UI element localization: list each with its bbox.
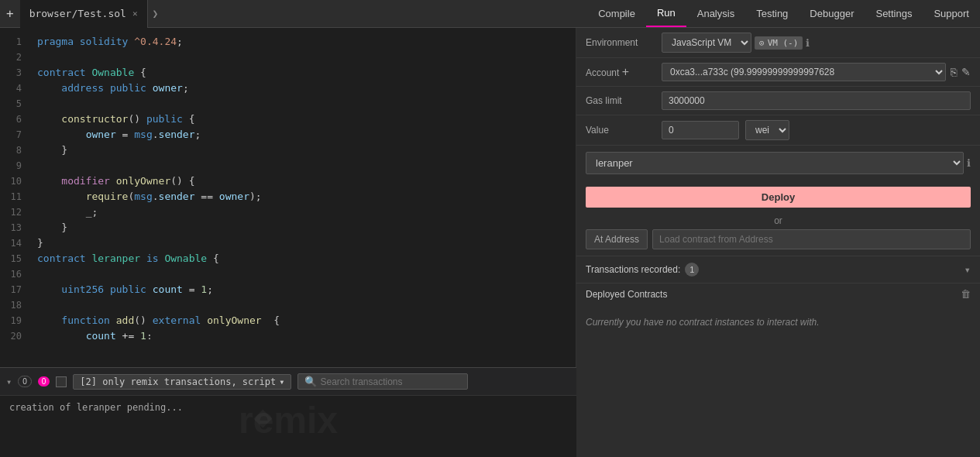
console-message: creation of leranper pending... — [9, 402, 183, 413]
tx-recorded-label: Transactions recorded: 1 — [586, 263, 965, 277]
console-area: ◆ remix creation of leranper pending... — [0, 395, 576, 457]
menu-icon[interactable]: + — [0, 6, 20, 21]
editor-wrapper: 12345 678910 1112131415 1617181920 21222… — [0, 28, 576, 457]
value-unit-select[interactable]: wei — [745, 120, 789, 140]
tx-filter-dropdown[interactable]: [2] only remix transactions, script ▾ — [73, 374, 291, 390]
contract-select[interactable]: leranper — [586, 152, 964, 174]
tab-close-icon[interactable]: ✕ — [132, 9, 138, 19]
nav-arrow-icon: ❯ — [148, 8, 163, 19]
environment-select[interactable]: JavaScript VM — [662, 33, 751, 53]
contract-selector-row: leranper ℹ — [576, 146, 980, 180]
gas-limit-label: Gas limit — [586, 95, 655, 106]
eth-watermark: ◆ — [253, 398, 272, 434]
account-controls: 0xca3...a733c (99.99999999999997628 ⎘ ✎ — [662, 63, 971, 81]
error-count-badge: 0 — [18, 376, 32, 387]
environment-row: Environment JavaScript VM ⊙ VM (-) ℹ — [576, 28, 980, 58]
bottom-bar: ▾ 0 0 [2] only remix transactions, scrip… — [0, 367, 576, 395]
dropdown-arrow-icon: ▾ — [279, 376, 284, 387]
code-editor[interactable]: 12345 678910 1112131415 1617181920 21222… — [0, 28, 576, 367]
at-address-button[interactable]: At Address — [586, 229, 648, 249]
code-content: pragma solidity ^0.4.24; contract Ownabl… — [28, 28, 576, 339]
right-panel: Environment JavaScript VM ⊙ VM (-) ℹ Acc… — [576, 28, 980, 457]
nav-settings[interactable]: Settings — [865, 0, 923, 27]
deployed-contracts-section: Deployed Contracts 🗑 Currently you have … — [576, 283, 980, 343]
tx-checkbox[interactable] — [56, 376, 67, 387]
remix-watermark: remix — [239, 399, 338, 442]
account-row: Account + 0xca3...a733c (99.999999999999… — [576, 58, 980, 87]
transactions-recorded-row[interactable]: Transactions recorded: 1 ▾ — [576, 256, 980, 283]
value-row: Value wei — [576, 115, 980, 146]
vm-badge: ⊙ VM (-) — [755, 36, 803, 50]
transactions-chevron-icon: ▾ — [965, 263, 971, 276]
copy-account-button[interactable]: ⎘ — [951, 66, 957, 78]
contract-info-icon[interactable]: ℹ — [967, 157, 971, 169]
at-address-input[interactable] — [652, 229, 971, 249]
search-box: 🔍 — [297, 373, 468, 390]
warning-count-badge: 0 — [38, 376, 50, 387]
chevron-down-icon[interactable]: ▾ — [6, 376, 12, 387]
vm-icon: ⊙ — [759, 38, 765, 48]
value-input[interactable] — [662, 121, 739, 139]
editor-tab: browser/Test.sol ✕ — [20, 0, 148, 28]
deploy-button[interactable]: Deploy — [586, 187, 971, 208]
search-icon: 🔍 — [304, 376, 317, 387]
gas-limit-row: Gas limit — [576, 87, 980, 115]
environment-label: Environment — [586, 37, 655, 48]
vm-badge-label: VM (-) — [768, 38, 799, 48]
account-label: Account + — [586, 65, 655, 79]
nav-analysis[interactable]: Analysis — [686, 0, 745, 27]
editor-content: 12345 678910 1112131415 1617181920 21222… — [0, 28, 576, 339]
env-row: JavaScript VM ⊙ VM (-) ℹ — [662, 33, 971, 53]
account-select[interactable]: 0xca3...a733c (99.99999999999997628 — [662, 63, 946, 81]
nav-debugger[interactable]: Debugger — [799, 0, 865, 27]
gas-limit-input[interactable] — [662, 91, 971, 110]
clear-contracts-icon[interactable]: 🗑 — [961, 288, 971, 300]
tab-filename: browser/Test.sol — [29, 8, 126, 19]
line-numbers: 12345 678910 1112131415 1617181920 21222… — [0, 28, 28, 339]
value-label: Value — [586, 125, 655, 136]
deploy-section: Deploy or At Address — [576, 180, 980, 256]
tx-filter-label: [2] only remix transactions, script — [80, 376, 276, 387]
deployed-contracts-title: Deployed Contracts — [586, 289, 667, 300]
no-contracts-message: Currently you have no contract instances… — [586, 306, 971, 338]
nav-items: Compile Run Analysis Testing Debugger Se… — [587, 0, 980, 27]
nav-support[interactable]: Support — [923, 0, 980, 27]
environment-info-icon[interactable]: ℹ — [806, 37, 810, 49]
tx-count-badge: 1 — [685, 263, 699, 277]
main-area: 12345 678910 1112131415 1617181920 21222… — [0, 28, 980, 457]
nav-run[interactable]: Run — [646, 0, 686, 27]
top-nav: + browser/Test.sol ✕ ❯ Compile Run Analy… — [0, 0, 980, 28]
at-address-row: At Address — [586, 229, 971, 249]
search-input[interactable] — [320, 376, 461, 387]
edit-account-button[interactable]: ✎ — [961, 66, 971, 78]
nav-compile[interactable]: Compile — [587, 0, 646, 27]
add-account-button[interactable]: + — [622, 65, 629, 79]
or-divider: or — [586, 215, 971, 226]
nav-testing[interactable]: Testing — [745, 0, 799, 27]
deployed-header: Deployed Contracts 🗑 — [586, 288, 971, 300]
